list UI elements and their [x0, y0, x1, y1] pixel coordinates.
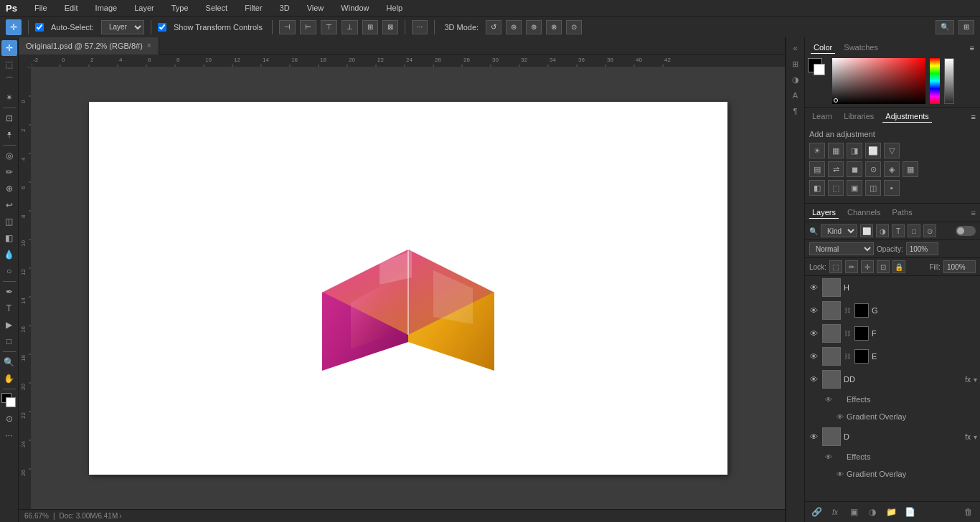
- lock-transparent-btn[interactable]: ⬚: [829, 260, 842, 273]
- layer-G-visibility[interactable]: 👁: [808, 305, 819, 316]
- tool-lasso[interactable]: ⌒: [1, 73, 17, 89]
- menu-image[interactable]: Image: [93, 2, 121, 14]
- slide-3d-btn[interactable]: ⊗: [546, 20, 562, 34]
- tool-history-brush[interactable]: ↩: [1, 197, 17, 213]
- color-gradient-picker[interactable]: [832, 58, 925, 104]
- rotate-3d-btn[interactable]: ↺: [486, 20, 501, 34]
- gradient-visibility-DD[interactable]: 👁: [837, 413, 844, 421]
- adj-selective-color-btn[interactable]: ▪: [884, 180, 900, 196]
- auto-select-dropdown[interactable]: Layer Group: [101, 20, 144, 34]
- layer-D-collapse[interactable]: ▾: [974, 433, 977, 441]
- align-center-v-btn[interactable]: ⊞: [362, 20, 378, 34]
- tool-dodge[interactable]: ○: [1, 263, 17, 279]
- tool-blur[interactable]: 💧: [1, 247, 17, 262]
- canvas-scroll-area[interactable]: [32, 67, 785, 509]
- menu-select[interactable]: Select: [203, 2, 231, 14]
- close-tab-btn[interactable]: ×: [147, 42, 151, 49]
- tool-more[interactable]: ···: [1, 427, 17, 443]
- lock-pixels-btn[interactable]: ✏: [845, 260, 858, 273]
- adjustments-tab[interactable]: Adjustments: [882, 110, 932, 123]
- tool-crop[interactable]: ⊡: [1, 110, 17, 126]
- layer-DD-visibility[interactable]: 👁: [808, 374, 819, 385]
- layer-filter-dropdown[interactable]: Kind: [821, 224, 857, 237]
- adj-channelmix-btn[interactable]: ◈: [884, 161, 900, 177]
- adj-colorbalance-btn[interactable]: ⇌: [828, 161, 844, 177]
- orbit-3d-btn[interactable]: ⊛: [506, 20, 522, 34]
- paths-tab[interactable]: Paths: [890, 207, 915, 219]
- adj-photofil-btn[interactable]: ⊙: [865, 161, 881, 177]
- color-tab[interactable]: Color: [811, 42, 835, 54]
- add-mask-btn[interactable]: ▣: [847, 505, 861, 519]
- adj-curves-btn[interactable]: ◨: [847, 143, 862, 158]
- align-right-btn[interactable]: ⊤: [321, 20, 337, 34]
- tool-gradient[interactable]: ◧: [1, 230, 17, 246]
- lock-position-btn[interactable]: ✛: [861, 260, 874, 273]
- filter-shape-btn[interactable]: □: [908, 224, 920, 237]
- search-btn[interactable]: 🔍: [936, 20, 954, 34]
- layer-item-H[interactable]: 👁 H: [805, 276, 980, 299]
- libraries-tab[interactable]: Libraries: [841, 110, 877, 123]
- filter-type-btn[interactable]: T: [892, 224, 905, 237]
- doc-info-arrow[interactable]: ›: [119, 512, 121, 520]
- document-tab[interactable]: Original1.psd @ 57.2% (RGB/8#) ×: [19, 37, 159, 54]
- fill-input[interactable]: [943, 260, 976, 273]
- menu-layer[interactable]: Layer: [131, 2, 157, 14]
- adj-posterize-btn[interactable]: ⬚: [828, 180, 844, 196]
- adj-exposure-btn[interactable]: ⬜: [865, 143, 881, 158]
- collapse-panels-btn[interactable]: «: [788, 40, 804, 56]
- layer-DD-fx[interactable]: fx: [965, 376, 971, 384]
- layer-item-G[interactable]: 👁 ⛓ G: [805, 299, 980, 322]
- adj-levels-btn[interactable]: ▦: [828, 143, 844, 158]
- layer-item-E[interactable]: 👁 ⛓ E: [805, 345, 980, 368]
- tool-eyedropper[interactable]: 🖈: [1, 127, 17, 143]
- lock-all-btn[interactable]: 🔒: [892, 260, 905, 273]
- layer-F-visibility[interactable]: 👁: [808, 328, 819, 339]
- filter-pixel-btn[interactable]: ⬜: [860, 224, 873, 237]
- add-layer-style-btn[interactable]: fx: [828, 505, 842, 519]
- adj-brightness-btn[interactable]: ☀: [809, 143, 825, 158]
- menu-filter[interactable]: Filter: [242, 2, 265, 14]
- layer-item-D[interactable]: 👁 D fx ▾: [805, 425, 980, 448]
- layers-options-btn[interactable]: ≡: [971, 209, 976, 217]
- create-layer-btn[interactable]: 📄: [903, 505, 917, 519]
- move-tool-icon[interactable]: ✛: [6, 19, 22, 35]
- tool-quick-mask[interactable]: ⊙: [1, 411, 17, 427]
- menu-view[interactable]: View: [304, 2, 327, 14]
- gradient-visibility-D[interactable]: 👁: [837, 470, 844, 478]
- tool-shape[interactable]: □: [1, 333, 17, 349]
- scale-3d-btn[interactable]: ⊙: [566, 20, 582, 34]
- tool-spot-heal[interactable]: ◎: [1, 148, 17, 163]
- tool-clone-stamp[interactable]: ⊕: [1, 181, 17, 196]
- color-hue-slider[interactable]: [930, 58, 940, 104]
- layer-DD-collapse[interactable]: ▾: [974, 376, 977, 384]
- panel-icon-para[interactable]: ¶: [788, 103, 804, 119]
- adj-blackwhite-btn[interactable]: ◼: [847, 161, 862, 177]
- tool-brush[interactable]: ✏: [1, 164, 17, 180]
- swatches-tab[interactable]: Swatches: [841, 42, 881, 54]
- adj-threshold-btn[interactable]: ▣: [847, 180, 862, 196]
- adj-vibrance-btn[interactable]: ▽: [884, 143, 900, 158]
- align-top-btn[interactable]: ⊥: [341, 20, 358, 34]
- tool-pen[interactable]: ✒: [1, 284, 17, 300]
- tool-marquee[interactable]: ⬚: [1, 57, 17, 72]
- link-layers-btn[interactable]: 🔗: [809, 505, 824, 519]
- delete-layer-btn[interactable]: 🗑: [961, 505, 976, 519]
- layer-D-visibility[interactable]: 👁: [808, 431, 819, 442]
- layer-H-visibility[interactable]: 👁: [808, 282, 819, 293]
- pan-3d-btn[interactable]: ⊕: [526, 20, 542, 34]
- layers-tab[interactable]: Layers: [809, 207, 839, 219]
- panel-icon-layers[interactable]: ⊞: [788, 56, 804, 72]
- layer-item-F[interactable]: 👁 ⛓ F: [805, 322, 980, 345]
- adj-options-icon[interactable]: ≡: [971, 113, 976, 121]
- tool-zoom[interactable]: 🔍: [1, 354, 17, 370]
- add-adjustment-btn[interactable]: ◑: [865, 505, 880, 519]
- adj-colorlookup-btn[interactable]: ▦: [903, 161, 918, 177]
- align-bottom-btn[interactable]: ⊠: [382, 20, 398, 34]
- menu-type[interactable]: Type: [169, 2, 192, 14]
- channels-tab[interactable]: Channels: [844, 207, 883, 219]
- blend-mode-dropdown[interactable]: Normal: [809, 242, 874, 255]
- transform-checkbox[interactable]: [158, 23, 166, 32]
- create-group-btn[interactable]: 📁: [884, 505, 898, 519]
- auto-select-checkbox[interactable]: [35, 23, 44, 32]
- adj-invert-btn[interactable]: ◧: [809, 180, 825, 196]
